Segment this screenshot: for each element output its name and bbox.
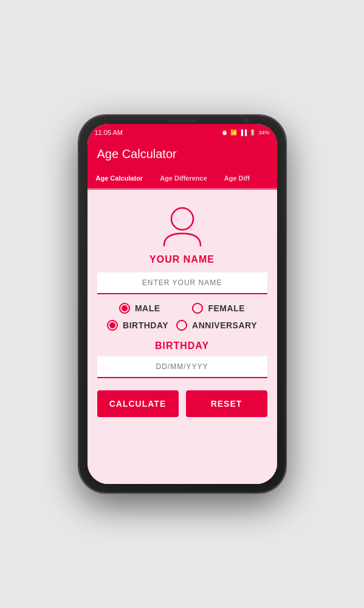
app-title: Age Calculator xyxy=(97,147,177,161)
reset-button[interactable]: RESET xyxy=(186,390,267,417)
radio-anniversary-circle[interactable] xyxy=(176,320,187,331)
radio-anniversary[interactable]: ANNIVERSARY xyxy=(176,320,257,331)
battery-percent: 34% xyxy=(258,130,269,136)
radio-birthday-circle[interactable] xyxy=(107,320,118,331)
type-radio-group: BIRTHDAY ANNIVERSARY xyxy=(97,320,267,331)
radio-female-label: FEMALE xyxy=(208,303,245,313)
radio-female-circle[interactable] xyxy=(192,303,203,314)
wifi-icon: 📶 xyxy=(230,130,237,136)
status-time: 11:05 AM xyxy=(95,129,123,136)
avatar-icon xyxy=(158,202,207,250)
radio-male-label: MALE xyxy=(135,303,160,313)
svg-point-0 xyxy=(171,208,193,230)
speaker xyxy=(167,119,197,122)
tab-age-difference[interactable]: Age Difference xyxy=(151,168,216,188)
camera xyxy=(244,119,249,123)
tabs-container: Age Calculator Age Difference Age Diff xyxy=(88,168,277,190)
battery-icon: 🔋 xyxy=(249,130,256,136)
date-input[interactable] xyxy=(97,356,267,378)
radio-birthday[interactable]: BIRTHDAY xyxy=(107,320,168,331)
alarm-icon: ⏰ xyxy=(221,130,228,136)
status-bar: 11:05 AM ⏰ 📶 ▐▐ 🔋 34% xyxy=(88,124,277,141)
radio-male-circle[interactable] xyxy=(119,303,130,314)
your-name-label: YOUR NAME xyxy=(149,254,215,265)
status-icons: ⏰ 📶 ▐▐ 🔋 34% xyxy=(221,130,270,136)
radio-birthday-label: BIRTHDAY xyxy=(123,320,168,330)
phone-frame: 11:05 AM ⏰ 📶 ▐▐ 🔋 34% Age Calculator Age… xyxy=(79,116,286,492)
action-buttons: CALCULATE RESET xyxy=(97,390,267,417)
tab-age-calculator[interactable]: Age Calculator xyxy=(88,168,152,190)
signal-icon: ▐▐ xyxy=(239,130,247,136)
radio-anniversary-label: ANNIVERSARY xyxy=(192,320,257,330)
app-bar: Age Calculator xyxy=(88,141,277,168)
radio-male[interactable]: MALE xyxy=(119,303,160,314)
tab-age-diff[interactable]: Age Diff xyxy=(216,168,258,188)
phone-screen: 11:05 AM ⏰ 📶 ▐▐ 🔋 34% Age Calculator Age… xyxy=(88,124,277,484)
avatar-container: YOUR NAME xyxy=(149,202,215,265)
gender-radio-group: MALE FEMALE xyxy=(97,303,267,314)
radio-female[interactable]: FEMALE xyxy=(192,303,245,314)
calculate-button[interactable]: CALCULATE xyxy=(97,390,179,417)
name-input[interactable] xyxy=(97,272,267,294)
content-area: YOUR NAME MALE FEMALE BIRTHDAY xyxy=(88,190,277,484)
birthday-section-label: BIRTHDAY xyxy=(155,340,209,351)
